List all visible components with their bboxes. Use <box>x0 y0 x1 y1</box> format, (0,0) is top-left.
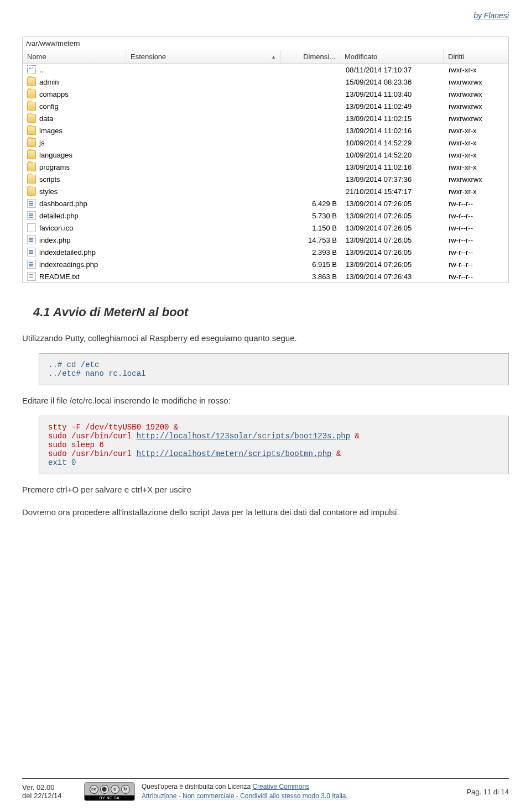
table-row[interactable]: images13/09/2014 11:02:16rwxr-xr-x <box>23 124 508 137</box>
file-rights: rw-r--r-- <box>444 259 508 270</box>
footer-version-line1: Ver. 02.00 <box>22 783 77 792</box>
file-name: data <box>39 114 53 123</box>
file-size: 1.150 B <box>283 223 341 233</box>
file-rights: rwxr-xr-x <box>444 138 508 148</box>
license-link-1[interactable]: Creative Commons <box>252 783 309 790</box>
file-size <box>283 154 341 156</box>
table-row[interactable]: data13/09/2014 11:02:15rwxrwxrwx <box>23 112 508 124</box>
paragraph: Premere ctrl+O per salvare e ctrl+X per … <box>22 482 509 497</box>
code-line: exit 0 <box>48 458 76 467</box>
file-modified: 13/09/2014 07:26:05 <box>341 259 444 270</box>
file-modified: 15/09/2014 08:23:36 <box>341 77 444 87</box>
file-rights: rwxr-xr-x <box>444 150 508 160</box>
code-text: sudo /usr/bin/curl <box>48 432 137 441</box>
file-size <box>283 178 341 180</box>
header-byline[interactable]: by Flanesi <box>22 11 509 20</box>
file-modified: 10/09/2014 14:52:29 <box>341 138 444 148</box>
file-ext <box>126 93 283 95</box>
col-header-ext[interactable]: Estensione ▲ <box>126 50 281 63</box>
file-ext <box>126 142 283 144</box>
table-row[interactable]: indexdetailed.php2.393 B13/09/2014 07:26… <box>23 246 508 258</box>
file-name: detailed.php <box>39 212 79 220</box>
file-modified: 13/09/2014 11:03:40 <box>341 89 444 99</box>
code-text: stty -F /dev/ttyUSB0 19200 <box>48 423 174 432</box>
table-row[interactable]: comapps13/09/2014 11:03:40rwxrwxrwx <box>23 88 508 100</box>
col-header-rights[interactable]: Diritti <box>444 50 508 63</box>
table-row[interactable]: admin15/09/2014 08:23:36rwxrwxrwx <box>23 76 508 88</box>
file-name: indexdetailed.php <box>39 248 96 256</box>
folder-icon <box>27 90 36 98</box>
code-line: ..# cd /etc <box>48 360 99 369</box>
code-line: ../etc# nano rc.local <box>48 369 145 378</box>
cc-badge-label: BY NC SA <box>85 795 134 800</box>
license-link-2[interactable]: Attribuzione - Non commerciale - Condivi… <box>142 792 348 800</box>
file-rights: rwxr-xr-x <box>444 186 508 197</box>
file-ext <box>126 214 283 217</box>
file-rights: rw-r--r-- <box>444 271 508 282</box>
folder-icon <box>27 114 36 123</box>
code-line: sudo /usr/bin/curl http://localhost/123s… <box>48 432 360 441</box>
file-modified: 08/11/2014 17:10:37 <box>341 65 444 75</box>
table-row[interactable]: indexreadings.php6.915 B13/09/2014 07:26… <box>23 258 508 270</box>
file-ext <box>126 69 283 71</box>
file-ext <box>126 275 283 277</box>
file-rights: rw-r--r-- <box>444 235 508 245</box>
file-modified: 13/09/2014 11:02:15 <box>341 113 444 124</box>
table-row[interactable]: favicon.ico1.150 B13/09/2014 07:26:05rw-… <box>23 222 508 234</box>
footer-page-number: Pag. 11 di 14 <box>459 788 509 796</box>
file-size <box>283 142 341 144</box>
col-header-ext-label: Estensione <box>131 53 166 61</box>
file-rights: rw-r--r-- <box>444 198 508 209</box>
paragraph: Utilizzando Putty, colleghiamoci al Rasp… <box>22 331 509 345</box>
table-row[interactable]: styles21/10/2014 15:47:17rwxr-xr-x <box>23 185 508 197</box>
file-rights: rwxr-xr-x <box>444 162 508 172</box>
col-header-size[interactable]: Dimensi... <box>281 50 340 63</box>
file-modified: 13/09/2014 07:26:05 <box>341 223 444 233</box>
table-row[interactable]: js10/09/2014 14:52:29rwxr-xr-x <box>23 137 508 149</box>
cc-license-badge[interactable]: cc ⬤ $ ↻ BY NC SA <box>84 782 135 801</box>
file-modified: 21/10/2014 15:47:17 <box>341 186 444 197</box>
file-size <box>283 69 341 71</box>
path-bar[interactable]: /var/www/metern <box>23 37 508 50</box>
table-row[interactable]: dashboard.php6.429 B13/09/2014 07:26:05r… <box>23 197 508 209</box>
file-size <box>283 81 341 83</box>
file-modified: 13/09/2014 11:02:16 <box>341 125 444 136</box>
table-row[interactable]: ..08/11/2014 17:10:37rwxr-xr-x <box>23 64 508 76</box>
file-size: 14.753 B <box>283 235 341 245</box>
file-name: js <box>39 139 44 147</box>
col-header-mod[interactable]: Modificato <box>340 50 444 63</box>
file-name: languages <box>39 151 72 159</box>
file-rights: rwxrwxrwx <box>444 77 508 87</box>
file-modified: 13/09/2014 07:26:05 <box>341 235 444 245</box>
file-rights: rwxrwxrwx <box>444 101 508 112</box>
code-link[interactable]: http://localhost/metern/scripts/bootmn.p… <box>137 449 332 458</box>
table-row[interactable]: README.txt3.863 B13/09/2014 07:26:43rw-r… <box>23 270 508 282</box>
file-ext <box>126 227 283 229</box>
php-icon <box>27 248 36 256</box>
sort-indicator-icon: ▲ <box>271 54 276 60</box>
table-row[interactable]: detailed.php5.730 B13/09/2014 07:26:05rw… <box>23 209 508 222</box>
table-row[interactable]: config13/09/2014 11:02:49rwxrwxrwx <box>23 100 508 112</box>
file-size <box>283 105 341 107</box>
code-block-1: ..# cd /etc ../etc# nano rc.local <box>39 353 509 385</box>
code-link[interactable]: http://localhost/123solar/scripts/boot12… <box>137 432 350 441</box>
file-name: config <box>39 102 59 111</box>
file-ext <box>126 239 283 241</box>
table-row[interactable]: programs13/09/2014 11:02:16rwxr-xr-x <box>23 161 508 173</box>
code-line: sudo sleep 6 <box>48 441 104 449</box>
table-row[interactable]: scripts13/09/2014 07:37:36rwxrwxrwx <box>23 173 508 185</box>
table-row[interactable]: index.php14.753 B13/09/2014 07:26:05rw-r… <box>23 234 508 246</box>
cc-icon: cc <box>90 785 98 794</box>
file-name: dashboard.php <box>39 200 87 208</box>
file-name: favicon.ico <box>39 224 73 232</box>
section-heading: 4.1 Avvio di MeterN al boot <box>33 305 509 319</box>
col-header-name[interactable]: Nome <box>23 50 126 63</box>
file-size: 5.730 B <box>283 211 341 221</box>
file-name: images <box>39 127 63 135</box>
footer-license-text: Quest'opera è distribuita con Licenza Cr… <box>142 782 452 801</box>
file-rights: rwxrwxrwx <box>444 174 508 185</box>
table-row[interactable]: languages10/09/2014 14:52:20rwxr-xr-x <box>23 149 508 161</box>
by-icon: ⬤ <box>100 785 109 794</box>
folder-icon <box>27 126 36 135</box>
folder-icon <box>27 77 36 86</box>
